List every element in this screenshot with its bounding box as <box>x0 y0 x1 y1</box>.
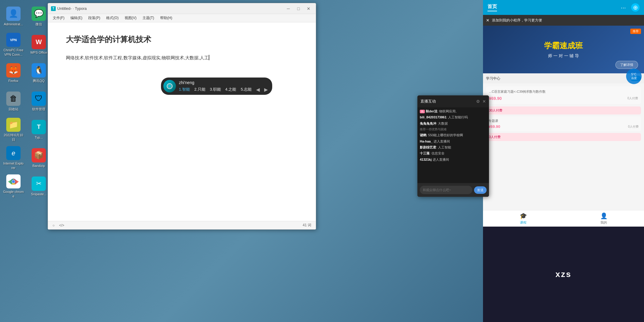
maximize-button[interactable]: □ <box>294 6 303 12</box>
nav-item-courses[interactable]: 🎓 课程 <box>483 212 564 225</box>
course-list: ...C语言家庭习题<-C39例求数与数作数 ¥69.90 0人付费 30人付费… <box>483 83 644 144</box>
course-buyers-2: 0人付费 <box>628 125 639 129</box>
course-item-2[interactable]: 专题课 ¥69.90 0人付费 <box>486 116 641 131</box>
desktop-icon-qq[interactable]: 🐧 腾讯QQ <box>27 60 51 86</box>
browser-header: 首页 ··· ⊕ <box>483 0 644 15</box>
desktop-icon-label: Bandizip <box>32 164 45 168</box>
bilibili-live-panel: 直播互动 ⚙ ✕ 热秋der沮: 物联网应用, bili_84203173861… <box>417 95 489 197</box>
desktop-icon-wechat[interactable]: 💬 微信 <box>27 3 51 30</box>
text-cursor <box>209 55 209 60</box>
typora-title-bar: T Untitled- · Typora ─ □ ✕ <box>48 3 316 14</box>
list-item: 热秋der沮: 物联网应用, <box>420 109 487 114</box>
list-item: 41321kj 进人直播间 <box>420 157 487 162</box>
courses-label: 课程 <box>520 220 527 225</box>
document-title: 大学适合学的计算机技术 <box>66 34 298 45</box>
course-banner: 推荐 学霸速成班 师 一 对 一 辅 导 了解详情 <box>483 26 644 73</box>
menu-help[interactable]: 帮助(H) <box>158 15 175 21</box>
course-desc-2: 专题课 <box>488 119 639 123</box>
desktop-icon-ie[interactable]: e Internet Explorer <box>1 145 25 171</box>
desktop-icon-folder[interactable]: 📁 2022年6月10日 <box>1 116 25 143</box>
course-buyers: 0人付费 <box>627 96 638 100</box>
typora-status-bar: ○ </> 41 词 <box>48 221 316 229</box>
mine-label: 我的 <box>600 220 607 225</box>
desktop-icon-vpn[interactable]: VPN ChrisPC Free VPN Conn... <box>1 31 25 58</box>
list-item: Ha-haa_ 进入直播间 <box>420 139 487 144</box>
desktop-icon-label: Snipaste... <box>31 192 47 196</box>
bili-chat-input[interactable] <box>420 186 472 194</box>
menu-theme[interactable]: 主题(T) <box>140 15 157 21</box>
desktop-icon-snipaste[interactable]: ✂ Snipaste... <box>27 173 51 200</box>
ime-candidate-4[interactable]: 4.之能 <box>225 87 236 92</box>
desktop-icons-area: 👤 Administrat... 💬 微信 VPN ChrisPC Free V… <box>0 0 51 322</box>
xzs-text: xzs <box>555 270 572 279</box>
menu-file[interactable]: 文件(F) <box>50 15 67 21</box>
course-price: ¥69.90 <box>489 96 502 101</box>
desktop-icon-software-manager[interactable]: 🛡 软件管理 <box>27 88 51 115</box>
desktop-icon-firefox[interactable]: 🦊 Firefox <box>1 60 25 86</box>
desktop-icon-label: 腾讯QQ <box>33 79 44 83</box>
desktop-icon-label: 软件管理 <box>32 107 45 111</box>
code-icon: </> <box>59 223 64 227</box>
ime-candidate-3[interactable]: 3.职能 <box>210 87 221 92</box>
ime-popup: zhi'neng 1.智能 2.只能 3.职能 4.之能 5.志能 ◀ ▶ <box>161 78 272 95</box>
banner-text-area: 学霸速成班 师 一 对 一 辅 导 <box>544 41 583 59</box>
menu-edit[interactable]: 编辑(E) <box>68 15 85 21</box>
ime-input-text: zhi'neng <box>179 80 268 85</box>
bili-close-icon[interactable]: ✕ <box>482 99 486 104</box>
course-item[interactable]: ...C语言家庭习题<-C39例求数与数作数 ¥69.90 0人付费 <box>486 86 641 104</box>
list-item: 十三落: 信息安全 <box>420 151 487 156</box>
desktop-icon-label: 微信 <box>35 22 42 26</box>
bili-header-icons: ⚙ ✕ <box>476 99 486 104</box>
desktop-icon-label: Administrat... <box>4 22 23 26</box>
mini-program-close[interactable]: ✕ <box>486 18 490 23</box>
nav-item-mine[interactable]: 👤 我的 <box>564 212 644 225</box>
close-button[interactable]: ✕ <box>304 6 313 12</box>
mini-program-text: 添加到我的小程序，学习更方便 <box>492 18 542 23</box>
desktop: 👤 Administrat... 💬 微信 VPN ChrisPC Free V… <box>0 0 644 322</box>
ime-prev-btn[interactable]: ◀ <box>256 87 260 92</box>
ime-candidate-2[interactable]: 2.只能 <box>194 87 205 92</box>
desktop-icon-typora-taskbar[interactable]: T Typ... <box>27 116 51 143</box>
bili-send-button[interactable]: 发送 <box>474 186 487 194</box>
bili-settings-icon[interactable]: ⚙ <box>476 99 480 104</box>
know-more-button[interactable]: 了解详情 <box>615 61 638 69</box>
ime-candidate-1[interactable]: 1.智能 <box>179 87 190 92</box>
browser-more-icon[interactable]: ··· <box>621 4 626 11</box>
desktop-icon-label: Firefox <box>8 79 18 83</box>
mine-icon: 👤 <box>600 212 608 219</box>
desktop-icon-label: WPS Office <box>30 50 47 55</box>
desktop-icon-bandizip[interactable]: 📦 Bandizip <box>27 145 51 171</box>
desktop-icon-label: ChrisPC Free VPN Conn... <box>3 48 24 57</box>
list-item: 兔兔兔免冲: 大数据 <box>420 121 487 126</box>
buyers-count-2: 3人付费 <box>486 133 641 141</box>
browser-content: ✕ 添加到我的小程序，学习更方便 推荐 学霸速成班 师 一 对 一 辅 导 了解… <box>483 15 644 210</box>
ime-candidates: 1.智能 2.只能 3.职能 4.之能 5.志能 ◀ ▶ <box>179 87 268 92</box>
banner-sub-text: 师 一 对 一 辅 导 <box>544 53 583 59</box>
typora-app-icon: T <box>51 6 56 11</box>
ime-content: zhi'neng 1.智能 2.只能 3.职能 4.之能 5.志能 ◀ ▶ <box>179 80 268 92</box>
course-price-2: ¥69.90 <box>488 124 500 129</box>
ime-logo <box>163 80 176 92</box>
desktop-icon-administrator[interactable]: 👤 Administrat... <box>1 3 25 30</box>
menu-paragraph[interactable]: 段落(P) <box>86 15 103 21</box>
typora-window: T Untitled- · Typora ─ □ ✕ 文件(F) 编辑(E) 段… <box>48 3 316 230</box>
ime-next-btn[interactable]: ▶ <box>264 87 268 92</box>
minimize-button[interactable]: ─ <box>284 6 292 12</box>
ime-candidate-5[interactable]: 5.志能 <box>241 87 252 92</box>
study-center-label: 学习中心 <box>486 76 500 81</box>
desktop-icon-wps[interactable]: W WPS Office <box>27 31 51 58</box>
browser-refresh-icon[interactable]: ⊕ <box>631 3 640 12</box>
menu-view[interactable]: 视图(V) <box>122 15 139 21</box>
desktop-icon-label: Typ... <box>35 135 43 140</box>
browser-tab-home[interactable]: 首页 <box>487 4 497 11</box>
desktop-icon-recycle[interactable]: 🗑 回收站 <box>1 88 25 115</box>
typora-editor[interactable]: 大学适合学的计算机技术 网络技术,软件技术,软件工程,数字媒体,虚拟现实,物联网… <box>48 22 316 221</box>
word-count: 41 词 <box>303 223 311 228</box>
browser-nav-tabs: 首页 <box>487 4 497 11</box>
desktop-icon-chrome[interactable]: Google chrome <box>1 173 25 200</box>
menu-format[interactable]: 格式(O) <box>104 15 121 21</box>
right-dark-panel: xzs <box>483 227 644 322</box>
status-left: ○ </> <box>52 223 64 227</box>
mini-program-bar: ✕ 添加到我的小程序，学习更方便 <box>483 15 644 26</box>
list-item: 影剧综艺君: 人工智能 <box>420 145 487 150</box>
